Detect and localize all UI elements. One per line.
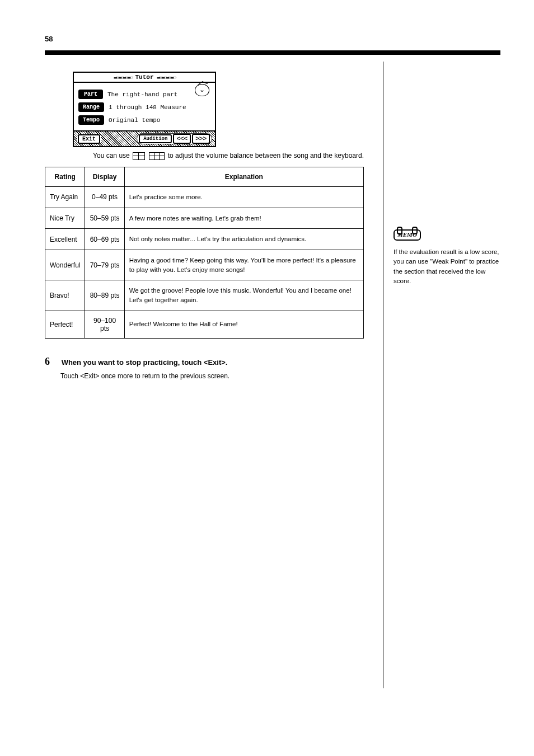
page-number: 58: [45, 35, 53, 43]
header-explanation: Explanation: [124, 167, 363, 186]
explanation-cell: A few more notes are waiting. Let's grab…: [124, 208, 363, 229]
tutor-tempo-row: Tempo Original tempo: [78, 115, 210, 125]
audition-controls-group: Audition <<< >>>: [137, 133, 212, 144]
caption-after: to adjust the volume balance between the…: [168, 152, 364, 159]
keyboard-decoration-left: ▬▭▬▭▬▭▬▭: [114, 74, 132, 81]
tutor-character-icon: ᴗ: [195, 84, 209, 96]
tutor-title-text: Tutor: [135, 74, 153, 81]
display-cell: 60–69 pts: [85, 229, 124, 250]
rating-cell: Excellent: [45, 229, 85, 250]
memo-text: If the evaluation result is a low score,…: [394, 247, 500, 286]
table-row: Try Again0–49 ptsLet's practice some mor…: [45, 186, 364, 208]
explanation-cell: Let's practice some more.: [124, 186, 363, 208]
fast-forward-button[interactable]: >>>: [192, 134, 210, 144]
explanation-cell: We got the groove! People love this musi…: [124, 280, 363, 311]
tempo-button[interactable]: Tempo: [78, 115, 104, 125]
audition-button[interactable]: Audition: [139, 134, 172, 143]
tutor-face-icon: ᴗ: [200, 88, 204, 93]
header-display: Display: [85, 167, 124, 186]
display-cell: 0–49 pts: [85, 186, 124, 208]
keyboard-decoration-right: ▬▭▬▭▬▭▬▭: [157, 74, 175, 81]
table-header-row: Rating Display Explanation: [45, 167, 364, 186]
explanation-cell: Having a good time? Keep going this way.…: [124, 250, 363, 280]
rating-cell: Wonderful: [45, 250, 85, 280]
memo-sidebar: MEMO If the evaluation result is a low s…: [383, 62, 500, 688]
tempo-value-text: Original tempo: [109, 117, 160, 124]
rewind-button[interactable]: <<<: [173, 134, 191, 144]
table-row: Wonderful70–79 ptsHaving a good time? Ke…: [45, 250, 364, 280]
range-button[interactable]: Range: [78, 102, 104, 112]
memo-icon: MEMO: [394, 229, 421, 241]
balance-button-icon-left: [133, 152, 145, 160]
explanation-cell: Perfect! Welcome to the Hall of Fame!: [124, 311, 363, 338]
display-cell: 70–79 pts: [85, 250, 124, 280]
part-value-text: The right-hand part: [107, 91, 177, 98]
tutor-screen-title-bar: ▬▭▬▭▬▭▬▭ Tutor ▬▭▬▭▬▭▬▭: [74, 73, 215, 83]
display-cell: 90–100 pts: [85, 311, 124, 338]
balance-caption: You can use to adjust the volume balance…: [45, 152, 364, 160]
display-cell: 50–59 pts: [85, 208, 124, 229]
rating-cell: Try Again: [45, 186, 85, 208]
tutor-screen: ▬▭▬▭▬▭▬▭ Tutor ▬▭▬▭▬▭▬▭ ᴗ Part The right…: [73, 72, 216, 147]
table-row: Nice Try50–59 ptsA few more notes are wa…: [45, 208, 364, 229]
display-cell: 80–89 pts: [85, 280, 124, 311]
tutor-screen-footer: Exit Audition <<< >>>: [74, 130, 215, 146]
table-row: Bravo!80–89 ptsWe got the groove! People…: [45, 280, 364, 311]
header-rule: [45, 50, 500, 55]
step-6: 6 When you want to stop practicing, touc…: [45, 354, 364, 382]
range-value-text: 1 through 148 Measure: [109, 104, 186, 111]
tutor-part-row: Part The right-hand part: [78, 90, 210, 99]
step-text: When you want to stop practicing, touch …: [62, 358, 228, 367]
explanation-cell: Not only notes matter... Let's try the a…: [124, 229, 363, 250]
balance-button-icon-right: [149, 152, 165, 160]
step-number: 6: [45, 354, 59, 369]
rating-cell: Nice Try: [45, 208, 85, 229]
exit-button[interactable]: Exit: [78, 134, 100, 144]
rating-cell: Perfect!: [45, 311, 85, 338]
part-button[interactable]: Part: [78, 90, 103, 99]
tutor-screen-body: ᴗ Part The right-hand part Range 1 throu…: [74, 83, 215, 130]
header-rating: Rating: [45, 167, 85, 186]
tutor-range-row: Range 1 through 148 Measure: [78, 102, 210, 112]
rating-table: Rating Display Explanation Try Again0–49…: [45, 167, 364, 339]
table-row: Excellent60–69 ptsNot only notes matter.…: [45, 229, 364, 250]
step-note: Touch <Exit> once more to return to the …: [60, 371, 364, 382]
table-row: Perfect!90–100 ptsPerfect! Welcome to th…: [45, 311, 364, 338]
rating-cell: Bravo!: [45, 280, 85, 311]
caption-before: You can use: [93, 152, 132, 159]
